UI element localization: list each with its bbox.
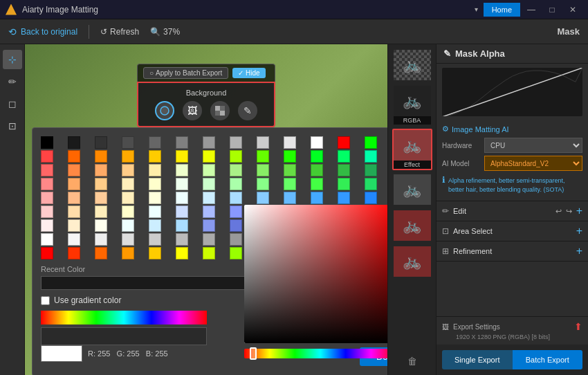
palette-cell[interactable] xyxy=(41,150,53,163)
canvas-area[interactable]: ○ Apply to Batch Export ✓ Hide Backgroun… xyxy=(25,44,387,375)
minimize-button[interactable]: — xyxy=(522,3,541,17)
thumbnail-rgba[interactable]: 🚲 RGBA xyxy=(392,84,432,126)
edit-row[interactable]: ✏ Edit ↩ ↪ + xyxy=(437,201,588,221)
palette-cell[interactable] xyxy=(41,219,53,232)
maximize-button[interactable]: □ xyxy=(542,3,562,17)
thumbnail-alpha[interactable]: 🚲 xyxy=(392,48,432,82)
gradient-color-bar[interactable] xyxy=(41,311,207,324)
palette-cell[interactable] xyxy=(203,219,215,232)
thumbnail-feather[interactable]: 🚲 xyxy=(392,173,432,206)
palette-cell[interactable] xyxy=(149,247,161,259)
palette-cell[interactable] xyxy=(149,150,161,163)
export-up-icon[interactable]: ⬆ xyxy=(574,321,582,332)
palette-cell[interactable] xyxy=(230,136,242,149)
edit-add-icon[interactable]: + xyxy=(576,205,582,217)
eraser-tool-button[interactable]: ◻ xyxy=(3,94,22,113)
saturation-brightness-picker[interactable] xyxy=(244,205,387,343)
palette-cell[interactable] xyxy=(311,192,323,204)
refinement-row[interactable]: ⊞ Refinement + xyxy=(437,241,588,262)
palette-cell[interactable] xyxy=(284,192,296,204)
palette-cell[interactable] xyxy=(176,219,188,232)
thumbnail-export[interactable]: 🚲 xyxy=(392,245,432,278)
palette-cell[interactable] xyxy=(230,150,242,163)
palette-cell[interactable] xyxy=(149,219,161,232)
palette-cell[interactable] xyxy=(230,178,242,190)
palette-cell[interactable] xyxy=(95,164,107,176)
palette-cell[interactable] xyxy=(122,205,134,218)
hide-button[interactable]: ✓ Hide xyxy=(232,68,265,78)
palette-cell[interactable] xyxy=(284,178,296,190)
palette-cell[interactable] xyxy=(122,247,134,259)
palette-cell[interactable] xyxy=(203,247,215,259)
palette-cell[interactable] xyxy=(95,178,107,190)
palette-cell[interactable] xyxy=(284,164,296,176)
palette-cell[interactable] xyxy=(365,192,377,204)
palette-cell[interactable] xyxy=(338,164,350,176)
thumbnail-matting[interactable]: 🚲 xyxy=(392,209,432,242)
palette-cell[interactable] xyxy=(149,233,161,246)
palette-cell[interactable] xyxy=(338,178,350,190)
palette-cell[interactable] xyxy=(149,136,161,149)
palette-cell[interactable] xyxy=(95,150,107,163)
palette-cell[interactable] xyxy=(122,192,134,204)
hardware-select[interactable]: CPU xyxy=(484,138,582,153)
back-to-original-button[interactable]: ⟲ Back to original xyxy=(8,26,77,37)
palette-cell[interactable] xyxy=(149,164,161,176)
palette-cell[interactable] xyxy=(311,136,323,149)
thumbnail-effect[interactable]: 🚲 Effect xyxy=(392,129,432,170)
palette-cell[interactable] xyxy=(41,136,53,149)
palette-cell[interactable] xyxy=(338,192,350,204)
refinement-add-icon[interactable]: + xyxy=(576,245,582,257)
palette-cell[interactable] xyxy=(257,192,269,204)
palette-cell[interactable] xyxy=(176,164,188,176)
palette-cell[interactable] xyxy=(41,247,53,259)
palette-cell[interactable] xyxy=(41,205,53,218)
palette-cell[interactable] xyxy=(41,233,53,246)
crop-tool-button[interactable]: ⊡ xyxy=(3,116,22,136)
palette-cell[interactable] xyxy=(122,219,134,232)
palette-cell[interactable] xyxy=(230,192,242,204)
home-button[interactable]: Home xyxy=(484,3,520,17)
palette-cell[interactable] xyxy=(41,164,53,176)
palette-cell[interactable] xyxy=(68,233,80,246)
palette-cell[interactable] xyxy=(365,150,377,163)
palette-cell[interactable] xyxy=(365,164,377,176)
palette-cell[interactable] xyxy=(149,192,161,204)
palette-cell[interactable] xyxy=(284,150,296,163)
palette-cell[interactable] xyxy=(95,247,107,259)
palette-cell[interactable] xyxy=(257,178,269,190)
gradient-checkbox[interactable] xyxy=(41,296,50,305)
palette-cell[interactable] xyxy=(95,205,107,218)
hue-slider[interactable] xyxy=(244,349,387,358)
palette-cell[interactable] xyxy=(68,178,80,190)
palette-cell[interactable] xyxy=(122,136,134,149)
edit-redo-icon[interactable]: ↪ xyxy=(566,207,572,216)
palette-cell[interactable] xyxy=(176,247,188,259)
palette-cell[interactable] xyxy=(203,136,215,149)
palette-cell[interactable] xyxy=(149,205,161,218)
palette-cell[interactable] xyxy=(176,150,188,163)
palette-cell[interactable] xyxy=(176,233,188,246)
palette-cell[interactable] xyxy=(365,178,377,190)
palette-cell[interactable] xyxy=(68,247,80,259)
zoom-control[interactable]: 🔍 37% xyxy=(150,27,180,37)
palette-cell[interactable] xyxy=(203,205,215,218)
edit-undo-icon[interactable]: ↩ xyxy=(555,207,562,216)
single-export-button[interactable]: Single Export xyxy=(442,350,513,369)
palette-cell[interactable] xyxy=(68,205,80,218)
palette-cell[interactable] xyxy=(122,150,134,163)
palette-cell[interactable] xyxy=(41,192,53,204)
refresh-button[interactable]: ↺ Refresh xyxy=(100,27,139,37)
palette-cell[interactable] xyxy=(95,233,107,246)
transparent-bg-button[interactable] xyxy=(210,101,230,120)
palette-cell[interactable] xyxy=(68,192,80,204)
palette-cell[interactable] xyxy=(284,136,296,149)
palette-cell[interactable] xyxy=(68,164,80,176)
palette-cell[interactable] xyxy=(176,136,188,149)
color-input-bar[interactable] xyxy=(41,327,207,345)
palette-cell[interactable] xyxy=(257,150,269,163)
apply-to-batch-button[interactable]: ○ Apply to Batch Export xyxy=(143,67,228,79)
select-tool-button[interactable]: ⊹ xyxy=(3,50,22,69)
close-button[interactable]: ✕ xyxy=(563,3,582,17)
palette-cell[interactable] xyxy=(176,192,188,204)
